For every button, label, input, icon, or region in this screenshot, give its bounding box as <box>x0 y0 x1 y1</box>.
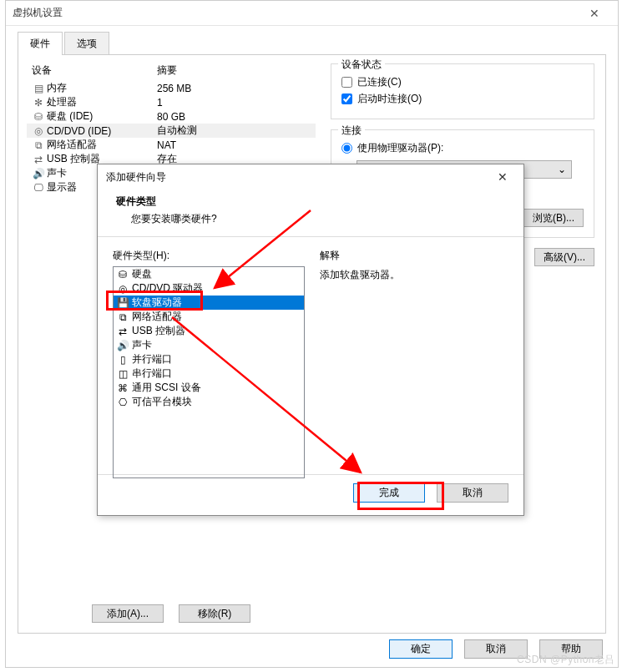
tpm-icon: ⎔ <box>117 397 129 408</box>
usb-icon: ⇄ <box>32 154 45 165</box>
hardware-type-item[interactable]: 🔊声卡 <box>114 338 304 352</box>
device-label: 处理器 <box>45 95 157 109</box>
main-titlebar: 虚拟机设置 ✕ <box>6 1 618 26</box>
hardware-type-label: 声卡 <box>132 338 152 352</box>
hardware-type-label: 网络适配器 <box>132 310 182 324</box>
remove-button[interactable]: 移除(R) <box>179 604 250 623</box>
hardware-type-item[interactable]: ◎CD/DVD 驱动器 <box>114 281 304 296</box>
use-physical-radio[interactable]: 使用物理驱动器(P): <box>341 141 584 155</box>
wizard-right: 解释 添加软盘驱动器。 <box>320 249 508 474</box>
wizard-close-button[interactable]: ✕ <box>490 170 515 184</box>
device-summary: 80 GB <box>157 111 311 123</box>
hardware-type-item[interactable]: ⛁硬盘 <box>114 267 304 281</box>
disk-icon: ⛁ <box>117 269 129 280</box>
disk-icon: ⛁ <box>32 111 45 123</box>
watermark: CSDN @Python老吕 <box>517 653 615 667</box>
add-hardware-wizard: 添加硬件向导 ✕ 硬件类型 您要安装哪类硬件? 硬件类型(H): ⛁硬盘◎CD/… <box>97 164 524 516</box>
tabs: 硬件 选项 <box>6 26 618 54</box>
connect-on-start-checkbox[interactable]: 启动时连接(O) <box>341 92 584 106</box>
main-close-button[interactable]: ✕ <box>578 7 611 20</box>
device-buttons: 添加(A)... 移除(R) <box>27 604 316 623</box>
device-row[interactable]: ✻处理器1 <box>27 95 316 109</box>
device-row[interactable]: ◎CD/DVD (IDE)自动检测 <box>27 124 316 138</box>
connected-input[interactable] <box>341 77 352 88</box>
cpu-icon: ✻ <box>32 97 45 109</box>
usb-icon: ⇄ <box>117 326 129 337</box>
wizard-left: 硬件类型(H): ⛁硬盘◎CD/DVD 驱动器💾软盘驱动器⧉网络适配器⇄USB … <box>113 249 305 474</box>
display-icon: 🖵 <box>32 182 45 194</box>
hardware-type-item[interactable]: ⧉网络适配器 <box>114 310 304 324</box>
main-title: 虚拟机设置 <box>13 6 578 20</box>
device-row[interactable]: ⛁硬盘 (IDE)80 GB <box>27 109 316 124</box>
use-physical-label: 使用物理驱动器(P): <box>357 141 443 155</box>
connect-on-start-label: 启动时连接(O) <box>357 92 422 106</box>
use-physical-input[interactable] <box>341 143 352 154</box>
sound-icon: 🔊 <box>117 340 129 351</box>
device-row[interactable]: ⧉网络适配器NAT <box>27 138 316 152</box>
hardware-type-list[interactable]: ⛁硬盘◎CD/DVD 驱动器💾软盘驱动器⧉网络适配器⇄USB 控制器🔊声卡▯并行… <box>113 266 305 478</box>
scsi-icon: ⌘ <box>117 382 129 394</box>
serial-icon: ◫ <box>117 368 129 380</box>
device-label: 内存 <box>45 81 157 95</box>
wizard-title: 添加硬件向导 <box>106 170 490 184</box>
hardware-type-item[interactable]: ⇄USB 控制器 <box>114 324 304 338</box>
sound-icon: 🔊 <box>32 168 45 179</box>
net-icon: ⧉ <box>32 139 45 151</box>
device-summary: 自动检测 <box>157 124 311 138</box>
hardware-type-label: USB 控制器 <box>132 324 185 338</box>
memory-icon: ▤ <box>32 83 45 94</box>
wizard-cancel-button[interactable]: 取消 <box>437 483 508 503</box>
group-conn-title: 连接 <box>338 124 365 138</box>
tab-options[interactable]: 选项 <box>64 32 109 55</box>
wizard-body: 硬件类型(H): ⛁硬盘◎CD/DVD 驱动器💾软盘驱动器⧉网络适配器⇄USB … <box>98 237 523 474</box>
advanced-button[interactable]: 高级(V)... <box>534 248 594 266</box>
finish-button[interactable]: 完成 <box>353 483 425 503</box>
hardware-type-label: 并行端口 <box>132 352 172 366</box>
hardware-type-item[interactable]: ▯并行端口 <box>114 352 304 366</box>
device-label: 硬盘 (IDE) <box>45 109 157 124</box>
connected-label: 已连接(C) <box>357 75 402 89</box>
hardware-type-item[interactable]: ⎔可信平台模块 <box>114 395 304 409</box>
col-summary: 摘要 <box>157 63 177 78</box>
wizard-footer: 完成 取消 <box>98 474 523 511</box>
net-icon: ⧉ <box>117 311 129 323</box>
hardware-type-item[interactable]: 💾软盘驱动器 <box>114 296 304 310</box>
col-device: 设备 <box>32 63 157 78</box>
hardware-type-label: 软盘驱动器 <box>132 296 182 310</box>
hardware-type-label: 串行端口 <box>132 366 172 381</box>
device-label: CD/DVD (IDE) <box>45 125 157 137</box>
wizard-subheading: 您要安装哪类硬件? <box>116 212 505 226</box>
device-list-header: 设备 摘要 <box>27 63 316 81</box>
group-device-status: 设备状态 已连接(C) 启动时连接(O) <box>331 63 594 119</box>
hardware-type-label: 通用 SCSI 设备 <box>132 381 201 395</box>
add-button[interactable]: 添加(A)... <box>92 604 164 623</box>
wizard-titlebar: 添加硬件向导 ✕ <box>98 164 523 189</box>
parallel-icon: ▯ <box>117 354 129 366</box>
connected-checkbox[interactable]: 已连接(C) <box>341 75 584 89</box>
explain-text: 添加软盘驱动器。 <box>320 268 508 282</box>
hardware-type-label: CD/DVD 驱动器 <box>132 281 203 296</box>
connect-on-start-input[interactable] <box>341 93 352 104</box>
cd-icon: ◎ <box>32 125 45 137</box>
cd-icon: ◎ <box>117 283 129 295</box>
device-summary: 256 MB <box>157 83 311 94</box>
device-label: 网络适配器 <box>45 138 157 152</box>
hardware-type-item[interactable]: ⌘通用 SCSI 设备 <box>114 381 304 395</box>
wizard-heading: 硬件类型 <box>116 195 505 209</box>
wizard-list-label: 硬件类型(H): <box>113 249 305 263</box>
tab-hardware[interactable]: 硬件 <box>18 32 63 55</box>
device-row[interactable]: ▤内存256 MB <box>27 81 316 95</box>
device-summary: NAT <box>157 139 311 151</box>
explain-label: 解释 <box>320 249 508 263</box>
ok-button[interactable]: 确定 <box>389 639 453 659</box>
hardware-type-label: 硬盘 <box>132 267 152 281</box>
floppy-icon: 💾 <box>117 297 129 309</box>
browse-button[interactable]: 浏览(B)... <box>523 209 584 227</box>
group-status-title: 设备状态 <box>338 58 385 72</box>
chevron-down-icon: ⌄ <box>558 164 566 175</box>
hardware-type-label: 可信平台模块 <box>132 395 192 409</box>
wizard-header: 硬件类型 您要安装哪类硬件? <box>98 189 523 236</box>
hardware-type-item[interactable]: ◫串行端口 <box>114 366 304 381</box>
device-summary: 1 <box>157 97 311 109</box>
